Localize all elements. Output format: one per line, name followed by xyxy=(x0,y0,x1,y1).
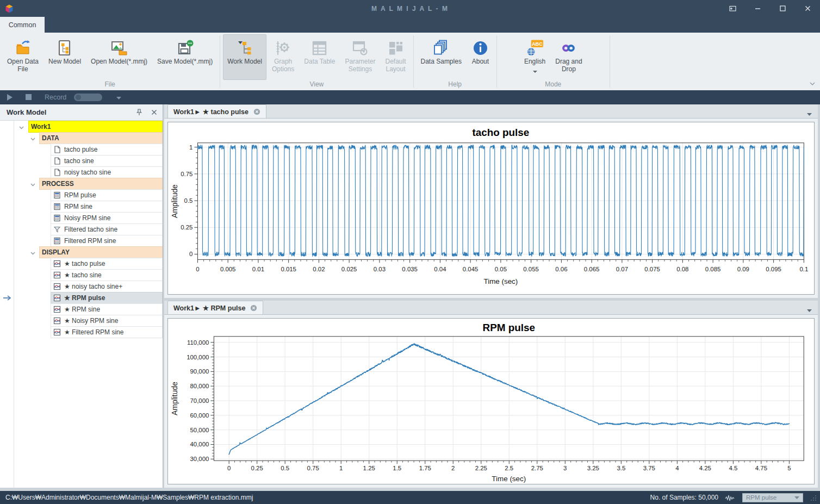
ribbon-button-parameter-settings[interactable]: ParameterSettings xyxy=(340,34,380,80)
svg-text:0.07: 0.07 xyxy=(616,266,628,272)
ribbon-button-label: DefaultLayout xyxy=(385,58,406,73)
svg-text:0.5: 0.5 xyxy=(184,197,193,204)
tree-item-rpm-sine[interactable]: RPM sine xyxy=(15,201,163,212)
svg-text:3.5: 3.5 xyxy=(617,465,625,471)
tree-item-tacho-sine[interactable]: ★ tacho sine xyxy=(15,269,163,281)
tree-item-label: Work1 xyxy=(31,123,51,130)
tree-item-tacho-pulse[interactable]: tacho pulse xyxy=(15,144,163,155)
tree-item-display[interactable]: DISPLAY xyxy=(15,246,163,258)
tree-item-rpm-pulse[interactable]: ★ RPM pulse xyxy=(15,292,163,303)
ribbon-button-about[interactable]: About xyxy=(467,34,494,80)
tree-item-noisy-rpm-sine[interactable]: Noisy RPM sine xyxy=(15,212,163,223)
tree-item-noisy-tacho-sine[interactable]: noisy tacho sine xyxy=(15,166,163,178)
pin-icon[interactable] xyxy=(136,109,142,116)
tab-close-icon[interactable] xyxy=(253,108,260,115)
tree-item-rpm-pulse[interactable]: RPM pulse xyxy=(15,189,163,201)
tree-item-label: ★ RPM sine xyxy=(64,306,100,313)
tree-item-label: noisy tacho sine xyxy=(64,169,111,176)
tree-item-data[interactable]: DATA xyxy=(15,132,163,144)
record-dropdown-icon[interactable] xyxy=(116,94,121,101)
tree-item-label: Noisy RPM sine xyxy=(64,214,110,222)
signal-select-value: RPM pulse xyxy=(746,494,776,501)
file-path: C:₩Users₩Administrator₩Documents₩Malmija… xyxy=(5,494,644,501)
tree-item-label: tacho pulse xyxy=(64,146,97,153)
tab-list-dropdown-icon[interactable] xyxy=(807,110,812,117)
tree-item-filtered-rpm-sine[interactable]: ★ Filtered RPM sine xyxy=(15,326,163,338)
stop-icon[interactable] xyxy=(26,94,32,100)
tab-close-icon[interactable] xyxy=(250,304,257,312)
application-window: M A L M I J A L - M Common Open DataFile… xyxy=(0,0,820,504)
waveform-icon xyxy=(725,494,736,501)
doc-panel-rpm-pulse: Work1► ★ RPM pulse 00.250.50.7511.251.51… xyxy=(164,301,818,488)
tree-item-filtered-tacho-sine[interactable]: Filtered tacho sine xyxy=(15,223,163,235)
tab-list-dropdown-icon[interactable] xyxy=(807,306,812,314)
svg-text:2: 2 xyxy=(451,465,455,471)
default-layout-icon xyxy=(387,38,405,58)
svg-text:90,000: 90,000 xyxy=(190,368,209,375)
expand-caret-icon[interactable] xyxy=(30,181,35,188)
expand-caret-icon[interactable] xyxy=(30,135,35,142)
work-model-panel: Work Model Work1DATAtacho pulsetacho sin… xyxy=(0,104,163,488)
new-window-button[interactable] xyxy=(720,0,745,17)
tab-strip: Work1► ★ tacho pulse xyxy=(164,104,818,119)
svg-text:Time (sec): Time (sec) xyxy=(492,475,526,483)
ribbon-button-save-model[interactable]: Save Model(*.mmj) xyxy=(153,34,217,80)
svg-text:1.25: 1.25 xyxy=(363,465,375,471)
ribbon-button-label: New Model xyxy=(48,58,81,66)
tree-item-work1[interactable]: Work1 xyxy=(15,121,163,132)
svg-text:0.03: 0.03 xyxy=(374,266,386,272)
ribbon-button-label: Open DataFile xyxy=(7,58,39,73)
expand-caret-icon[interactable] xyxy=(19,123,24,131)
ribbon-button-open-model[interactable]: Open Model(*.mmj) xyxy=(86,34,152,80)
tree-item-tacho-pulse[interactable]: ★ tacho pulse xyxy=(15,258,163,269)
signal-select[interactable]: RPM pulse xyxy=(742,493,803,502)
ribbon-button-open-data-file[interactable]: Open DataFile xyxy=(3,34,43,80)
tab-common[interactable]: Common xyxy=(0,17,45,33)
ribbon-button-new-model[interactable]: New Model xyxy=(44,34,85,80)
tab-label: Work1► ★ RPM pulse xyxy=(173,304,245,312)
maximize-button[interactable] xyxy=(770,0,795,17)
svg-text:60,000: 60,000 xyxy=(190,412,209,419)
open-model-icon xyxy=(110,38,128,58)
file-icon xyxy=(53,169,61,176)
new-model-icon xyxy=(56,38,74,58)
tree-item-noisy-rpm-sine[interactable]: ★ Noisy RPM sine xyxy=(15,315,163,326)
ribbon-button-label: Work Model xyxy=(227,58,262,66)
ribbon-more-icon[interactable] xyxy=(810,79,815,87)
calc-icon xyxy=(53,191,61,199)
tab-tacho-pulse[interactable]: Work1► ★ tacho pulse xyxy=(167,104,266,118)
window-title: M A L M I J A L - M xyxy=(0,5,820,13)
tree-item-process[interactable]: PROCESS xyxy=(15,178,163,189)
chart-icon xyxy=(53,328,61,336)
svg-text:4: 4 xyxy=(675,465,679,471)
ribbon-button-drag-and-drop[interactable]: Drag andDrop xyxy=(551,34,586,80)
resize-grip[interactable] xyxy=(810,494,817,501)
panel-close-icon[interactable] xyxy=(151,109,157,115)
ribbon-button-graph-options[interactable]: GraphOptions xyxy=(268,34,299,80)
tree-item-label: ★ Filtered RPM sine xyxy=(64,328,123,336)
tree-item-rpm-sine[interactable]: ★ RPM sine xyxy=(15,303,163,315)
ribbon-button-data-samples[interactable]: Data Samples xyxy=(417,34,466,80)
svg-text:Amplitude: Amplitude xyxy=(170,382,179,415)
ribbon-button-label: GraphOptions xyxy=(272,58,294,73)
tree-item-tacho-sine[interactable]: tacho sine xyxy=(15,155,163,166)
svg-text:Time (sec): Time (sec) xyxy=(483,277,518,285)
expand-caret-icon[interactable] xyxy=(30,249,35,257)
tree-item-filtered-rpm-sine[interactable]: Filtered RPM sine xyxy=(15,235,163,246)
chart-icon xyxy=(53,260,61,267)
tab-rpm-pulse[interactable]: Work1► ★ RPM pulse xyxy=(167,301,263,314)
ribbon-button-work-model[interactable]: Work Model xyxy=(223,34,266,80)
svg-text:0.5: 0.5 xyxy=(281,465,289,471)
svg-text:0: 0 xyxy=(189,251,192,257)
minimize-button[interactable] xyxy=(745,0,770,17)
ribbon-button-data-table[interactable]: Data Table xyxy=(300,34,339,80)
close-button[interactable] xyxy=(795,0,820,17)
svg-text:0.25: 0.25 xyxy=(251,465,263,471)
ribbon-button-english[interactable]: ABCEnglish xyxy=(520,34,550,80)
ribbon-button-default-layout[interactable]: DefaultLayout xyxy=(381,34,410,80)
play-icon[interactable] xyxy=(7,94,13,101)
svg-text:0.015: 0.015 xyxy=(281,266,296,272)
svg-text:RPM pulse: RPM pulse xyxy=(483,322,536,333)
record-toggle[interactable] xyxy=(74,94,102,101)
tree-item-noisy-tacho-sine[interactable]: ★ noisy tacho sine+ xyxy=(15,281,163,292)
